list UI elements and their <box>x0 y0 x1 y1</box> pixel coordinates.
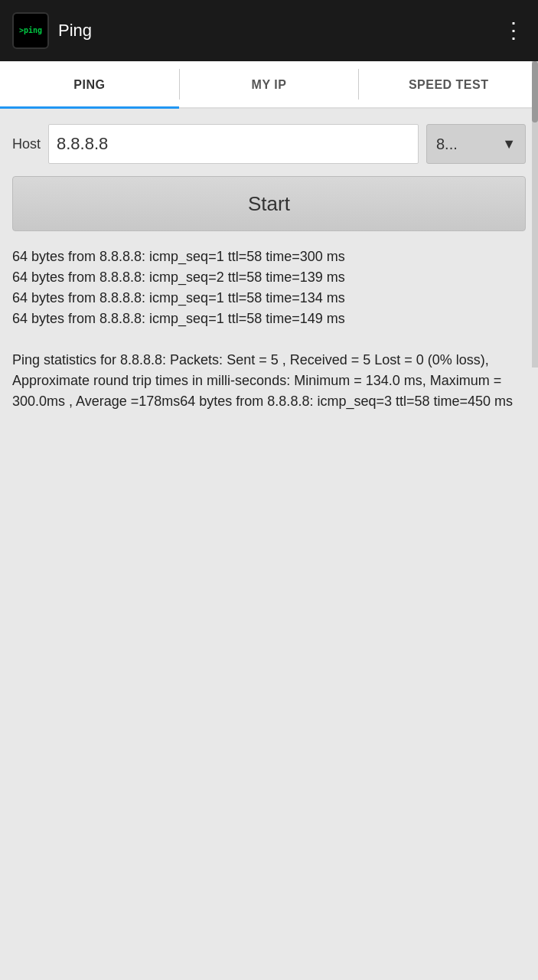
host-input[interactable] <box>48 124 419 164</box>
tab-ping[interactable]: PING <box>0 63 179 109</box>
ping-output: 64 bytes from 8.8.8.8: icmp_seq=1 ttl=58… <box>12 247 526 412</box>
output-line-3: 64 bytes from 8.8.8.8: icmp_seq=1 ttl=58… <box>12 288 526 309</box>
host-row: Host 8... ▼ <box>12 124 526 164</box>
start-button[interactable]: Start <box>12 176 526 231</box>
chevron-down-icon: ▼ <box>502 136 516 152</box>
host-dropdown[interactable]: 8... ▼ <box>426 124 526 164</box>
output-line-2: 64 bytes from 8.8.8.8: icmp_seq=2 ttl=58… <box>12 267 526 288</box>
host-dropdown-text: 8... <box>436 136 458 153</box>
host-label: Host <box>12 136 41 152</box>
tab-speed-test[interactable]: SPEED TEST <box>359 63 538 109</box>
output-line-4: 64 bytes from 8.8.8.8: icmp_seq=1 ttl=58… <box>12 309 526 329</box>
output-line-1: 64 bytes from 8.8.8.8: icmp_seq=1 ttl=58… <box>12 247 526 267</box>
overflow-menu-icon[interactable]: ⋮ <box>503 20 526 41</box>
tabs-container: PING MY IP SPEED TEST <box>0 61 538 109</box>
tab-my-ip[interactable]: MY IP <box>180 63 359 109</box>
app-title: Ping <box>58 21 92 41</box>
scrollbar-track[interactable] <box>532 61 538 368</box>
app-icon: >ping <box>12 12 49 49</box>
ping-statistics: Ping statistics for 8.8.8.8: Packets: Se… <box>12 350 526 412</box>
main-content: Host 8... ▼ Start 64 bytes from 8.8.8.8:… <box>0 109 538 980</box>
scrollbar-thumb[interactable] <box>532 61 538 122</box>
app-brand: >ping Ping <box>12 12 92 49</box>
top-bar: >ping Ping ⋮ <box>0 0 538 61</box>
